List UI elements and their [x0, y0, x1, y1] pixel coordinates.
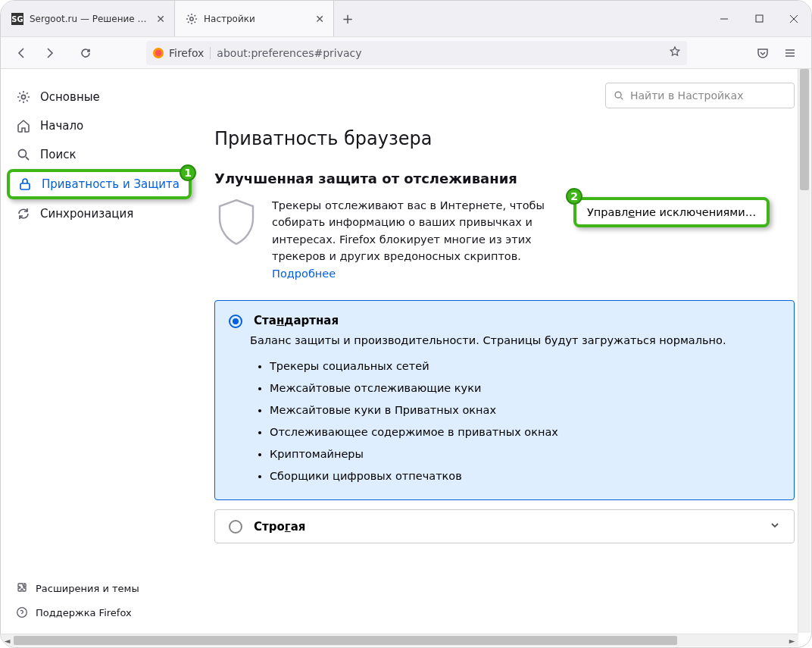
svg-point-8	[155, 50, 161, 56]
list-item: Межсайтовые отслеживающие куки	[270, 377, 780, 399]
content-area: Основные Начало Поиск Приватность и Защи…	[1, 69, 811, 634]
search-placeholder: Найти в Настройках	[630, 89, 743, 102]
sidebar-support[interactable]: Поддержка Firefox	[16, 600, 183, 625]
callout-badge-2: 2	[566, 188, 582, 205]
maximize-button[interactable]	[742, 1, 776, 36]
svg-rect-15	[20, 183, 30, 189]
settings-search-input[interactable]: Найти в Настройках	[605, 83, 795, 108]
sidebar-label: Синхронизация	[40, 207, 133, 221]
url-text: about:preferences#privacy	[217, 47, 669, 59]
reload-button[interactable]	[73, 41, 98, 65]
sidebar-label: Основные	[40, 90, 100, 104]
forward-button[interactable]	[37, 41, 61, 65]
tab-sergoot[interactable]: SG Sergoot.ru — Решение ваших ✕	[1, 1, 175, 36]
learn-more-link[interactable]: Подробнее	[272, 268, 336, 280]
svg-point-2	[190, 17, 193, 20]
settings-sidebar: Основные Начало Поиск Приватность и Защи…	[1, 69, 198, 634]
sidebar-label: Приватность и Защита	[42, 177, 180, 191]
identity-label: Firefox	[169, 47, 204, 59]
list-item: Трекеры социальных сетей	[270, 355, 780, 377]
close-icon[interactable]: ✕	[155, 13, 167, 25]
page-title: Приватность браузера	[214, 128, 795, 149]
search-icon	[16, 147, 31, 162]
option-strict[interactable]: Строгая	[214, 509, 795, 544]
list-item: Межсайтовые куки в Приватных окнах	[270, 399, 780, 421]
toolbar: Firefox about:preferences#privacy	[1, 37, 811, 69]
save-pocket-icon[interactable]	[751, 41, 775, 65]
scroll-left-icon[interactable]: ◄	[1, 634, 14, 647]
tab-favicon-sergoot: SG	[11, 13, 23, 25]
help-icon	[16, 606, 28, 618]
sidebar-item-search[interactable]: Поиск	[7, 140, 192, 169]
svg-line-18	[621, 98, 623, 100]
tracking-row: Трекеры отслеживают вас в Интернете, что…	[214, 197, 795, 282]
scrollbar-thumb[interactable]	[800, 69, 809, 190]
option-desc: Баланс защиты и производительности. Стра…	[250, 334, 780, 346]
sidebar-footer: Расширения и темы Поддержка Firefox	[7, 576, 192, 625]
tab-settings[interactable]: Настройки ✕	[175, 1, 334, 36]
home-icon	[16, 118, 31, 133]
svg-point-12	[21, 95, 25, 99]
minimize-button[interactable]	[707, 1, 742, 36]
bookmark-star-icon[interactable]	[669, 45, 681, 60]
gear-icon	[16, 89, 31, 105]
sidebar-extensions[interactable]: Расширения и темы	[16, 576, 183, 600]
svg-point-17	[615, 92, 621, 98]
protection-options: Стандартная Баланс защиты и производител…	[214, 300, 795, 543]
scrollbar-thumb[interactable]	[14, 636, 677, 645]
manage-exceptions-button[interactable]: Управление исключениями…	[573, 197, 770, 227]
sidebar-item-home[interactable]: Начало	[7, 111, 192, 140]
footer-label: Поддержка Firefox	[36, 607, 132, 618]
sidebar-label: Начало	[40, 119, 83, 133]
identity-firefox: Firefox	[152, 47, 211, 59]
close-icon[interactable]: ✕	[314, 13, 326, 25]
list-item: Отслеживающее содержимое в приватных окн…	[270, 421, 780, 443]
new-tab-button[interactable]: +	[334, 1, 361, 36]
footer-label: Расширения и темы	[36, 583, 139, 594]
svg-point-16	[17, 608, 27, 618]
tab-title: Настройки	[204, 14, 309, 24]
back-button[interactable]	[10, 41, 34, 65]
radio-icon[interactable]	[229, 315, 242, 328]
svg-text:SG: SG	[11, 15, 23, 23]
search-icon	[614, 90, 624, 101]
close-button[interactable]	[776, 1, 811, 36]
gear-icon	[186, 13, 198, 25]
tracking-description: Трекеры отслеживают вас в Интернете, что…	[272, 197, 560, 282]
chevron-down-icon[interactable]	[770, 519, 780, 534]
vertical-scrollbar[interactable]	[798, 69, 810, 633]
url-bar[interactable]: Firefox about:preferences#privacy	[146, 41, 687, 65]
radio-icon[interactable]	[229, 520, 242, 534]
puzzle-icon	[16, 582, 28, 594]
sidebar-item-sync[interactable]: Синхронизация	[7, 199, 192, 228]
option-standard[interactable]: Стандартная Баланс защиты и производител…	[214, 300, 795, 500]
sidebar-label: Поиск	[40, 148, 77, 161]
callout-badge-1: 1	[180, 164, 196, 181]
svg-point-13	[19, 150, 27, 158]
sidebar-item-privacy[interactable]: Приватность и Защита 1	[7, 169, 192, 199]
shield-icon	[214, 197, 258, 247]
titlebar: SG Sergoot.ru — Решение ваших ✕ Настройк…	[1, 1, 811, 37]
sidebar-item-general[interactable]: Основные	[7, 83, 192, 111]
svg-rect-4	[756, 15, 763, 22]
tab-title: Sergoot.ru — Решение ваших	[30, 14, 150, 24]
horizontal-scrollbar[interactable]: ◄ ►	[1, 634, 798, 646]
section-title: Улучшенная защита от отслеживания	[214, 171, 795, 186]
list-item: Криптомайнеры	[270, 443, 780, 465]
list-item: Сборщики цифровых отпечатков	[270, 465, 780, 487]
app-menu-button[interactable]	[778, 41, 802, 65]
window-controls	[707, 1, 811, 36]
main-pane: Найти в Настройках Приватность браузера …	[198, 69, 811, 634]
svg-line-14	[26, 157, 29, 160]
scroll-right-icon[interactable]: ►	[785, 634, 798, 647]
lock-icon	[17, 177, 33, 192]
sync-icon	[16, 206, 31, 221]
standard-list: Трекеры социальных сетей Межсайтовые отс…	[270, 355, 780, 487]
